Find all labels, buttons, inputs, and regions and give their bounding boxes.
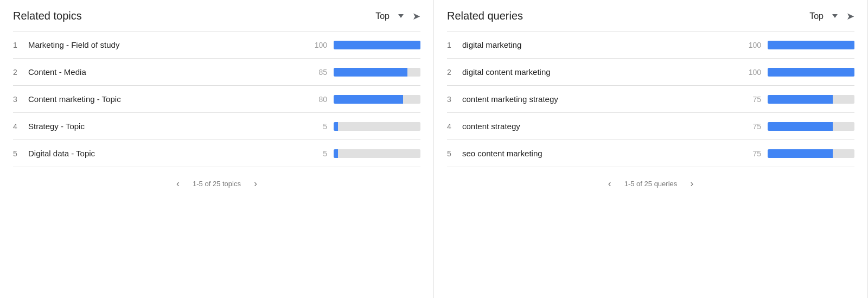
row-number: 5 [447,149,462,158]
queries-list: 1 digital marketing 100 2 digital conten… [447,31,854,167]
bar-fill [334,41,420,49]
bar-container [768,149,854,158]
share-icon[interactable]: ➤ [412,10,420,22]
top-dropdown-button[interactable] [396,12,406,20]
row-value: 100 [739,68,761,77]
row-number: 2 [13,68,28,77]
row-label: digital marketing [462,40,739,49]
row-value: 85 [305,68,327,77]
bar-container [334,41,420,49]
bar-container [334,95,420,104]
row-value: 100 [739,41,761,49]
bar-fill [334,122,338,131]
row-number: 5 [13,149,28,158]
row-number: 4 [13,122,28,131]
prev-page-button[interactable]: ‹ [604,176,616,192]
row-label: Content marketing - Topic [28,94,305,104]
row-number: 1 [447,41,462,49]
row-number: 3 [13,95,28,104]
top-dropdown-button[interactable] [830,12,840,20]
row-value: 5 [305,122,327,131]
row-value: 5 [305,149,327,158]
row-value: 75 [739,122,761,131]
bar-container [768,122,854,131]
bar-container [768,68,854,77]
table-row: 2 Content - Media 85 [13,59,420,86]
row-value: 75 [739,95,761,104]
bar-container [768,95,854,104]
row-label: digital content marketing [462,67,739,77]
next-page-button[interactable]: › [686,176,698,192]
table-row: 1 digital marketing 100 [447,31,854,59]
share-icon[interactable]: ➤ [846,10,854,22]
topics-list: 1 Marketing - Field of study 100 2 Conte… [13,31,420,167]
page-info: 1-5 of 25 topics [193,180,241,188]
row-label: content strategy [462,122,739,131]
top-controls: Top ➤ [375,10,420,22]
row-label: Content - Media [28,67,305,77]
bar-fill [768,149,833,158]
table-row: 3 content marketing strategy 75 [447,86,854,113]
panel-title: Related topics [13,10,375,22]
bar-fill [334,95,403,104]
bar-container [768,41,854,49]
top-label: Top [375,11,390,21]
bar-fill [334,149,338,158]
row-number: 4 [447,122,462,131]
related-queries-panel: Related queries Top ➤ 1 digital marketin… [434,0,868,298]
pagination: ‹ 1-5 of 25 topics › [13,167,420,194]
bar-container [334,149,420,158]
pagination: ‹ 1-5 of 25 queries › [447,167,854,194]
row-value: 80 [305,95,327,104]
row-number: 3 [447,95,462,104]
row-label: seo content marketing [462,149,739,158]
table-row: 5 Digital data - Topic 5 [13,140,420,167]
table-row: 4 content strategy 75 [447,113,854,140]
chevron-down-icon [398,14,404,18]
chevron-down-icon [832,14,838,18]
prev-page-button[interactable]: ‹ [172,176,184,192]
row-value: 100 [305,41,327,49]
row-label: content marketing strategy [462,94,739,104]
page-info: 1-5 of 25 queries [624,180,678,188]
table-row: 3 Content marketing - Topic 80 [13,86,420,113]
panel-title: Related queries [447,10,809,22]
row-label: Marketing - Field of study [28,40,305,49]
bar-container [334,122,420,131]
arrow-annotation-2 [442,0,648,5]
next-page-button[interactable]: › [250,176,261,192]
row-number: 1 [13,41,28,49]
arrow-annotation [8,0,214,5]
table-row: 2 digital content marketing 100 [447,59,854,86]
row-label: Strategy - Topic [28,122,305,131]
row-label: Digital data - Topic [28,149,305,158]
row-value: 75 [739,149,761,158]
row-number: 2 [447,68,462,77]
panel-header: Related topics Top ➤ [13,0,420,31]
related-topics-panel: Related topics Top ➤ 1 Marketing - Field… [0,0,434,298]
top-label: Top [809,11,824,21]
bar-fill [768,68,854,77]
top-controls: Top ➤ [809,10,854,22]
table-row: 1 Marketing - Field of study 100 [13,31,420,59]
bar-fill [768,95,833,104]
bar-fill [768,41,854,49]
bar-fill [334,68,407,77]
panel-header: Related queries Top ➤ [447,0,854,31]
bar-container [334,68,420,77]
table-row: 4 Strategy - Topic 5 [13,113,420,140]
bar-fill [768,122,833,131]
table-row: 5 seo content marketing 75 [447,140,854,167]
